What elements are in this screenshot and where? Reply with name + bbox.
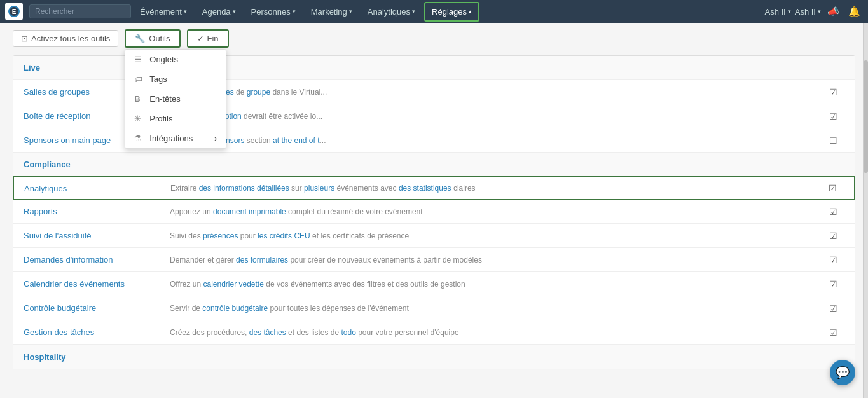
chevron-down-icon: ▾ — [293, 8, 296, 15]
row-name-gestion[interactable]: Gestion des tâches — [24, 322, 163, 342]
row-name-suivi[interactable]: Suivi de l'assiduité — [24, 226, 163, 245]
top-navigation: E Événement ▾ Agenda ▾ Personnes ▾ Marke… — [0, 0, 868, 23]
row-desc-calendrier: Offrez un calendrier vedette de vos évén… — [163, 275, 822, 294]
dropdown-item-profils[interactable]: ✳ Profils — [125, 109, 226, 128]
row-desc-gestion: Créez des procédures, des tâches et des … — [163, 323, 822, 342]
notification-bell-icon[interactable]: 🔔 — [846, 3, 863, 20]
list-icon: ☰ — [134, 55, 144, 64]
flask-icon: ⚗ — [134, 134, 144, 143]
row-gestion: Gestion des tâches Créez des procédures,… — [13, 320, 855, 345]
row-name-calendrier[interactable]: Calendrier des événements — [24, 274, 163, 294]
row-check-gestion[interactable]: ☑ — [822, 327, 844, 338]
chevron-up-icon: ▴ — [469, 8, 472, 15]
fin-button[interactable]: ✓ Fin — [187, 29, 229, 48]
row-desc-sponsors: Displays the sponsors section at the end… — [163, 131, 822, 150]
scrollbar-thumb[interactable] — [864, 60, 868, 173]
toolbar-row: ⊡ Activez tous les outils 🔧 Outils ☰ Ong… — [13, 29, 855, 48]
asterisk-icon: ✳ — [134, 114, 144, 123]
chevron-down-icon: ▾ — [184, 8, 187, 15]
row-desc-analytiques: Extraire des informations détaillées sur… — [164, 179, 821, 198]
main-content: ⊡ Activez tous les outils 🔧 Outils ☰ Ong… — [0, 23, 868, 376]
notification-megaphone-icon[interactable]: 📣 — [825, 3, 842, 20]
user1-menu[interactable]: Ash II ▾ — [765, 7, 791, 17]
row-desc-controle: Servir de contrôle budgétaire pour toute… — [163, 299, 822, 318]
bold-icon: B — [134, 94, 144, 104]
chevron-down-icon: ▾ — [233, 8, 236, 15]
row-name-analytiques[interactable]: Analytiques — [24, 179, 164, 198]
chevron-down-icon: ▾ — [412, 8, 415, 15]
section-compliance: Compliance — [13, 153, 855, 177]
activate-all-button[interactable]: ⊡ Activez tous les outils — [13, 30, 118, 47]
outils-dropdown-trigger[interactable]: 🔧 Outils — [125, 29, 180, 48]
row-check-salles[interactable]: ☑ — [822, 87, 844, 97]
chat-icon: 💬 — [836, 366, 850, 376]
row-suivi: Suivi de l'assiduité Suivi des présences… — [13, 224, 855, 248]
wrench-icon: 🔧 — [135, 34, 145, 43]
row-name-rapports[interactable]: Rapports — [24, 202, 163, 221]
row-check-controle[interactable]: ☑ — [822, 303, 844, 313]
row-desc-suivi: Suivi des présences pour les crédits CEU… — [163, 226, 822, 245]
row-desc-salles: Autoriser les salles de groupe dans le V… — [163, 83, 822, 102]
row-analytiques: Analytiques Extraire des informations dé… — [13, 176, 855, 200]
dropdown-item-onglets[interactable]: ☰ Onglets — [125, 50, 226, 69]
dropdown-item-en-tetes[interactable]: B En-têtes — [125, 89, 226, 109]
search-input[interactable] — [29, 4, 131, 18]
row-check-demandes[interactable]: ☑ — [822, 255, 844, 265]
row-name-demandes[interactable]: Demandes d'information — [24, 250, 163, 270]
topnav-right-area: Ash II ▾ Ash II ▾ 📣 🔔 — [765, 3, 864, 20]
section-hospitality: Hospitality — [13, 345, 855, 369]
dropdown-item-integrations[interactable]: ⚗ Intégrations › — [125, 128, 226, 148]
row-check-analytiques[interactable]: ☑ — [821, 183, 844, 193]
outils-dropdown-wrapper: 🔧 Outils ☰ Onglets 🏷 Tags B En-têtes ✳ — [125, 29, 180, 48]
nav-item-reglages[interactable]: Réglages ▴ — [424, 2, 479, 22]
row-desc-demandes: Demander et gérer des formulaires pour c… — [163, 250, 822, 270]
row-check-suivi[interactable]: ☑ — [822, 231, 844, 241]
row-name-controle[interactable]: Contrôle budgétaire — [24, 298, 163, 318]
app-logo[interactable]: E — [5, 3, 23, 20]
dropdown-item-tags[interactable]: 🏷 Tags — [125, 69, 226, 89]
chevron-right-icon: › — [214, 134, 217, 143]
row-calendrier: Calendrier des événements Offrez un cale… — [13, 272, 855, 296]
outils-dropdown-menu: ☰ Onglets 🏷 Tags B En-têtes ✳ Profils — [125, 49, 226, 149]
chevron-down-icon: ▾ — [349, 8, 352, 15]
chevron-down-icon: ▾ — [788, 8, 791, 15]
row-check-boite[interactable]: ☑ — [822, 111, 844, 121]
scrollbar-track[interactable] — [863, 23, 868, 376]
row-check-calendrier[interactable]: ☑ — [822, 279, 844, 289]
nav-item-marketing[interactable]: Marketing ▾ — [305, 3, 359, 20]
row-rapports: Rapports Apportez un document imprimable… — [13, 200, 855, 224]
nav-item-analytiques[interactable]: Analytiques ▾ — [361, 3, 422, 20]
chevron-down-icon: ▾ — [818, 8, 821, 15]
row-desc-rapports: Apportez un document imprimable complet … — [163, 202, 822, 221]
toggle-icon: ⊡ — [21, 34, 28, 43]
row-check-sponsors[interactable]: ☐ — [822, 135, 844, 146]
nav-item-evenement[interactable]: Événement ▾ — [134, 3, 193, 20]
user2-menu[interactable]: Ash II ▾ — [795, 7, 821, 17]
checkmark-icon: ✓ — [197, 34, 204, 43]
row-demandes: Demandes d'information Demander et gérer… — [13, 248, 855, 272]
row-desc-boite: La boîte de réception devrait être activ… — [163, 107, 822, 126]
nav-item-personnes[interactable]: Personnes ▾ — [245, 3, 302, 20]
svg-text:E: E — [12, 8, 17, 15]
row-controle: Contrôle budgétaire Servir de contrôle b… — [13, 296, 855, 320]
row-check-rapports[interactable]: ☑ — [822, 207, 844, 217]
tag-icon: 🏷 — [134, 74, 144, 84]
nav-item-agenda[interactable]: Agenda ▾ — [196, 3, 242, 20]
